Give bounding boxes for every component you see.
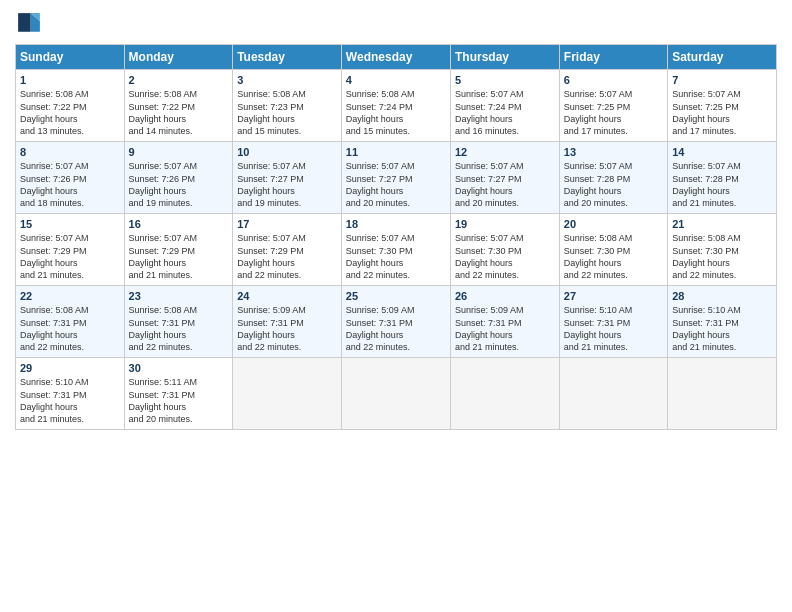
day-number: 30 — [129, 361, 229, 375]
day-info: Sunrise: 5:07 AMSunset: 7:29 PMDaylight … — [20, 233, 89, 280]
day-number: 14 — [672, 145, 772, 159]
calendar-cell: 10 Sunrise: 5:07 AMSunset: 7:27 PMDaylig… — [233, 142, 342, 214]
calendar-cell — [341, 358, 450, 430]
calendar-cell: 25 Sunrise: 5:09 AMSunset: 7:31 PMDaylig… — [341, 286, 450, 358]
calendar-table: SundayMondayTuesdayWednesdayThursdayFrid… — [15, 44, 777, 430]
day-number: 7 — [672, 73, 772, 87]
day-number: 24 — [237, 289, 337, 303]
day-number: 13 — [564, 145, 663, 159]
day-number: 17 — [237, 217, 337, 231]
calendar-cell: 5 Sunrise: 5:07 AMSunset: 7:24 PMDayligh… — [450, 70, 559, 142]
logo — [15, 10, 47, 38]
day-number: 12 — [455, 145, 555, 159]
calendar-cell: 13 Sunrise: 5:07 AMSunset: 7:28 PMDaylig… — [559, 142, 667, 214]
day-number: 4 — [346, 73, 446, 87]
day-info: Sunrise: 5:08 AMSunset: 7:30 PMDaylight … — [564, 233, 633, 280]
day-number: 19 — [455, 217, 555, 231]
day-of-week-header: Friday — [559, 45, 667, 70]
calendar-cell: 23 Sunrise: 5:08 AMSunset: 7:31 PMDaylig… — [124, 286, 233, 358]
calendar-cell: 21 Sunrise: 5:08 AMSunset: 7:30 PMDaylig… — [668, 214, 777, 286]
day-info: Sunrise: 5:07 AMSunset: 7:24 PMDaylight … — [455, 89, 524, 136]
calendar-cell: 22 Sunrise: 5:08 AMSunset: 7:31 PMDaylig… — [16, 286, 125, 358]
calendar-cell — [233, 358, 342, 430]
day-number: 3 — [237, 73, 337, 87]
day-info: Sunrise: 5:07 AMSunset: 7:27 PMDaylight … — [346, 161, 415, 208]
day-info: Sunrise: 5:08 AMSunset: 7:24 PMDaylight … — [346, 89, 415, 136]
header — [15, 10, 777, 38]
calendar-cell: 16 Sunrise: 5:07 AMSunset: 7:29 PMDaylig… — [124, 214, 233, 286]
day-info: Sunrise: 5:07 AMSunset: 7:27 PMDaylight … — [237, 161, 306, 208]
day-info: Sunrise: 5:07 AMSunset: 7:25 PMDaylight … — [672, 89, 741, 136]
day-number: 1 — [20, 73, 120, 87]
logo-icon — [15, 10, 43, 38]
day-number: 25 — [346, 289, 446, 303]
calendar-cell: 27 Sunrise: 5:10 AMSunset: 7:31 PMDaylig… — [559, 286, 667, 358]
svg-marker-2 — [18, 13, 30, 32]
day-info: Sunrise: 5:10 AMSunset: 7:31 PMDaylight … — [564, 305, 633, 352]
day-number: 9 — [129, 145, 229, 159]
day-of-week-header: Wednesday — [341, 45, 450, 70]
calendar-cell: 24 Sunrise: 5:09 AMSunset: 7:31 PMDaylig… — [233, 286, 342, 358]
day-info: Sunrise: 5:08 AMSunset: 7:31 PMDaylight … — [20, 305, 89, 352]
day-number: 5 — [455, 73, 555, 87]
page: SundayMondayTuesdayWednesdayThursdayFrid… — [0, 0, 792, 612]
calendar-cell: 8 Sunrise: 5:07 AMSunset: 7:26 PMDayligh… — [16, 142, 125, 214]
day-info: Sunrise: 5:08 AMSunset: 7:22 PMDaylight … — [20, 89, 89, 136]
calendar-cell — [668, 358, 777, 430]
day-info: Sunrise: 5:10 AMSunset: 7:31 PMDaylight … — [672, 305, 741, 352]
day-info: Sunrise: 5:08 AMSunset: 7:23 PMDaylight … — [237, 89, 306, 136]
day-number: 26 — [455, 289, 555, 303]
day-number: 18 — [346, 217, 446, 231]
day-number: 8 — [20, 145, 120, 159]
calendar-cell: 29 Sunrise: 5:10 AMSunset: 7:31 PMDaylig… — [16, 358, 125, 430]
day-info: Sunrise: 5:07 AMSunset: 7:26 PMDaylight … — [129, 161, 198, 208]
day-of-week-header: Tuesday — [233, 45, 342, 70]
day-info: Sunrise: 5:07 AMSunset: 7:28 PMDaylight … — [672, 161, 741, 208]
day-number: 16 — [129, 217, 229, 231]
day-info: Sunrise: 5:07 AMSunset: 7:27 PMDaylight … — [455, 161, 524, 208]
day-of-week-header: Sunday — [16, 45, 125, 70]
calendar-cell: 30 Sunrise: 5:11 AMSunset: 7:31 PMDaylig… — [124, 358, 233, 430]
day-info: Sunrise: 5:09 AMSunset: 7:31 PMDaylight … — [346, 305, 415, 352]
day-info: Sunrise: 5:07 AMSunset: 7:30 PMDaylight … — [346, 233, 415, 280]
day-number: 22 — [20, 289, 120, 303]
day-info: Sunrise: 5:07 AMSunset: 7:25 PMDaylight … — [564, 89, 633, 136]
calendar-cell: 9 Sunrise: 5:07 AMSunset: 7:26 PMDayligh… — [124, 142, 233, 214]
day-info: Sunrise: 5:07 AMSunset: 7:26 PMDaylight … — [20, 161, 89, 208]
day-info: Sunrise: 5:09 AMSunset: 7:31 PMDaylight … — [237, 305, 306, 352]
calendar-cell: 20 Sunrise: 5:08 AMSunset: 7:30 PMDaylig… — [559, 214, 667, 286]
calendar-cell: 6 Sunrise: 5:07 AMSunset: 7:25 PMDayligh… — [559, 70, 667, 142]
day-number: 11 — [346, 145, 446, 159]
calendar-cell: 17 Sunrise: 5:07 AMSunset: 7:29 PMDaylig… — [233, 214, 342, 286]
day-info: Sunrise: 5:08 AMSunset: 7:22 PMDaylight … — [129, 89, 198, 136]
day-of-week-header: Saturday — [668, 45, 777, 70]
calendar-cell: 4 Sunrise: 5:08 AMSunset: 7:24 PMDayligh… — [341, 70, 450, 142]
day-number: 15 — [20, 217, 120, 231]
day-number: 23 — [129, 289, 229, 303]
day-number: 2 — [129, 73, 229, 87]
calendar-cell: 15 Sunrise: 5:07 AMSunset: 7:29 PMDaylig… — [16, 214, 125, 286]
day-info: Sunrise: 5:08 AMSunset: 7:30 PMDaylight … — [672, 233, 741, 280]
calendar-cell: 18 Sunrise: 5:07 AMSunset: 7:30 PMDaylig… — [341, 214, 450, 286]
day-info: Sunrise: 5:07 AMSunset: 7:30 PMDaylight … — [455, 233, 524, 280]
calendar-cell: 28 Sunrise: 5:10 AMSunset: 7:31 PMDaylig… — [668, 286, 777, 358]
calendar-cell: 2 Sunrise: 5:08 AMSunset: 7:22 PMDayligh… — [124, 70, 233, 142]
day-info: Sunrise: 5:10 AMSunset: 7:31 PMDaylight … — [20, 377, 89, 424]
day-info: Sunrise: 5:07 AMSunset: 7:28 PMDaylight … — [564, 161, 633, 208]
day-info: Sunrise: 5:11 AMSunset: 7:31 PMDaylight … — [129, 377, 198, 424]
day-number: 10 — [237, 145, 337, 159]
day-number: 28 — [672, 289, 772, 303]
calendar-cell: 26 Sunrise: 5:09 AMSunset: 7:31 PMDaylig… — [450, 286, 559, 358]
day-number: 21 — [672, 217, 772, 231]
day-info: Sunrise: 5:09 AMSunset: 7:31 PMDaylight … — [455, 305, 524, 352]
calendar-cell: 14 Sunrise: 5:07 AMSunset: 7:28 PMDaylig… — [668, 142, 777, 214]
day-number: 20 — [564, 217, 663, 231]
day-of-week-header: Monday — [124, 45, 233, 70]
day-of-week-header: Thursday — [450, 45, 559, 70]
day-info: Sunrise: 5:07 AMSunset: 7:29 PMDaylight … — [129, 233, 198, 280]
calendar-cell: 11 Sunrise: 5:07 AMSunset: 7:27 PMDaylig… — [341, 142, 450, 214]
calendar-cell: 7 Sunrise: 5:07 AMSunset: 7:25 PMDayligh… — [668, 70, 777, 142]
calendar-cell — [559, 358, 667, 430]
day-info: Sunrise: 5:07 AMSunset: 7:29 PMDaylight … — [237, 233, 306, 280]
calendar-cell: 19 Sunrise: 5:07 AMSunset: 7:30 PMDaylig… — [450, 214, 559, 286]
